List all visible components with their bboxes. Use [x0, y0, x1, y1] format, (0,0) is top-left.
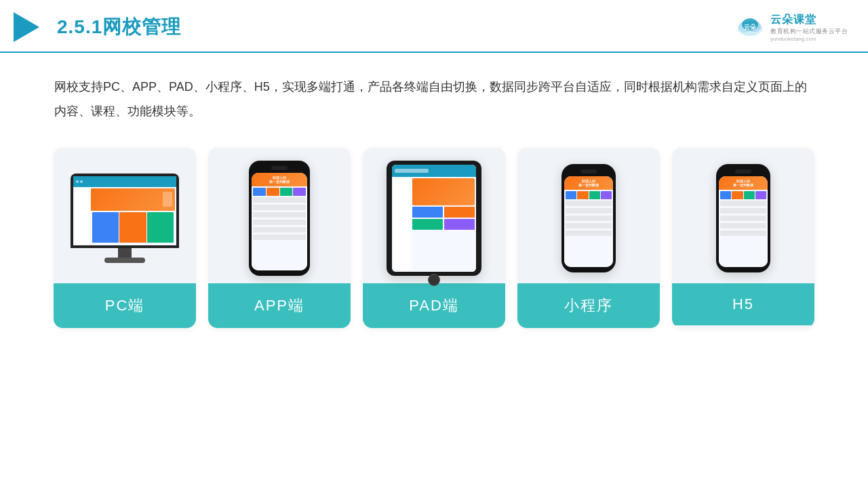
phone-list — [720, 216, 766, 221]
phone-list — [566, 216, 612, 221]
pc-mockup — [71, 174, 179, 263]
phone-item — [267, 188, 279, 196]
screen-card — [147, 212, 174, 243]
phone-header-text: 职涯人的第一堂判断课 — [578, 179, 599, 187]
tablet-screen — [392, 165, 476, 272]
phone-item — [577, 191, 588, 199]
phone-header-text: 职涯人的第一堂判断课 — [269, 176, 290, 184]
app-phone-mockup: 职涯人的第一堂判断课 — [249, 161, 310, 276]
description-text: 网校支持PC、APP、PAD、小程序、H5，实现多端打通，产品各终端自由切换，数… — [0, 53, 868, 123]
phone-header-bar: 职涯人的第一堂判断课 — [252, 173, 307, 186]
phone-list — [566, 201, 612, 206]
header: 2.5.1网校管理 云朵 云朵课堂 教育机构一站式服务云平台 yunduoket… — [0, 0, 868, 53]
logo-icon: 云朵 — [735, 15, 765, 39]
screen-cards — [91, 211, 175, 244]
monitor-neck — [118, 248, 132, 258]
phone-item — [732, 191, 743, 199]
screen-content — [73, 187, 176, 245]
pc-label: PC端 — [54, 283, 196, 328]
phone-list — [720, 223, 766, 228]
header-left: 2.5.1网校管理 — [14, 12, 181, 42]
phone-list — [720, 230, 766, 236]
mini-phone-mockup: 职涯人的第一堂判断课 — [561, 164, 616, 272]
phone-item — [601, 191, 612, 199]
phone-content — [252, 186, 307, 270]
tablet-sidebar — [393, 178, 411, 270]
card-h5: 职涯人的第一堂判断课 — [672, 148, 814, 328]
phone-list — [566, 208, 612, 214]
h5-phone-mockup: 职涯人的第一堂判断课 — [716, 164, 770, 272]
h5-image-area: 职涯人的第一堂判断课 — [672, 148, 814, 283]
tablet-item — [412, 219, 443, 230]
banner-figure — [163, 192, 172, 207]
phone-row — [566, 191, 612, 199]
phone-screen: 职涯人的第一堂判断课 — [252, 173, 307, 270]
phone-row — [253, 188, 306, 196]
cards-container: PC端 职涯人的第一堂判断课 — [0, 123, 868, 348]
tablet-main — [412, 178, 475, 270]
tablet-home-btn — [428, 274, 440, 286]
monitor-screen — [73, 176, 176, 245]
screen-card — [92, 212, 119, 243]
card-mini: 职涯人的第一堂判断课 — [517, 148, 660, 328]
screen-sidebar — [75, 188, 90, 244]
phone-content — [719, 190, 768, 267]
phone-list — [566, 230, 612, 236]
monitor-base — [104, 258, 145, 263]
phone-item — [744, 191, 755, 199]
screen-dot — [80, 180, 83, 183]
phone-item — [293, 188, 306, 196]
mini-label: 小程序 — [517, 283, 660, 328]
phone-item — [253, 188, 266, 196]
phone-notch — [735, 169, 751, 174]
phone-notch — [580, 169, 597, 174]
phone-list — [253, 235, 306, 240]
tablet-banner — [412, 178, 475, 205]
tablet-bar — [395, 169, 429, 173]
pad-image-area — [363, 148, 505, 283]
phone-list — [566, 223, 612, 228]
phone-list — [720, 208, 766, 214]
tablet-header — [392, 165, 476, 177]
screen-card — [119, 212, 146, 243]
logo-area: 云朵 云朵课堂 教育机构一站式服务云平台 yunduoketang.com — [735, 13, 848, 42]
app-label: APP端 — [208, 283, 351, 328]
logo-text: 云朵课堂 教育机构一站式服务云平台 yunduoketang.com — [770, 13, 848, 42]
app-image-area: 职涯人的第一堂判断课 — [208, 148, 351, 283]
tablet-content — [392, 177, 476, 272]
card-pc: PC端 — [54, 148, 196, 328]
phone-notch — [271, 166, 288, 170]
phone-content — [564, 190, 613, 267]
phone-item — [755, 191, 766, 199]
h5-label: H5 — [672, 283, 814, 325]
phone-list — [720, 201, 766, 206]
phone-screen: 职涯人的第一堂判断课 — [719, 176, 768, 267]
monitor-body — [71, 174, 179, 248]
phone-item — [280, 188, 293, 196]
phone-item — [566, 191, 576, 199]
phone-item — [720, 191, 731, 199]
tablet-item — [444, 207, 475, 218]
page-title: 2.5.1网校管理 — [57, 14, 181, 40]
phone-list — [253, 212, 306, 218]
play-icon — [14, 12, 39, 42]
phone-list — [253, 220, 306, 225]
tablet-item — [412, 207, 443, 218]
screen-top-bar — [73, 176, 176, 187]
pad-label: PAD端 — [363, 283, 505, 328]
phone-header-bar: 职涯人的第一堂判断课 — [564, 176, 613, 190]
tablet-grid — [412, 207, 475, 230]
phone-list — [253, 197, 306, 203]
screen-banner — [91, 188, 175, 211]
mini-image-area: 职涯人的第一堂判断课 — [517, 148, 660, 283]
screen-main — [91, 188, 175, 244]
pc-image-area — [54, 148, 196, 283]
card-pad: PAD端 — [363, 148, 505, 328]
phone-screen: 职涯人的第一堂判断课 — [564, 176, 613, 267]
phone-list — [253, 227, 306, 232]
pad-tablet-mockup — [387, 161, 481, 276]
phone-header-bar: 职涯人的第一堂判断课 — [719, 176, 768, 190]
phone-list — [253, 205, 306, 210]
tablet-item — [444, 219, 475, 230]
card-app: 职涯人的第一堂判断课 — [208, 148, 351, 328]
